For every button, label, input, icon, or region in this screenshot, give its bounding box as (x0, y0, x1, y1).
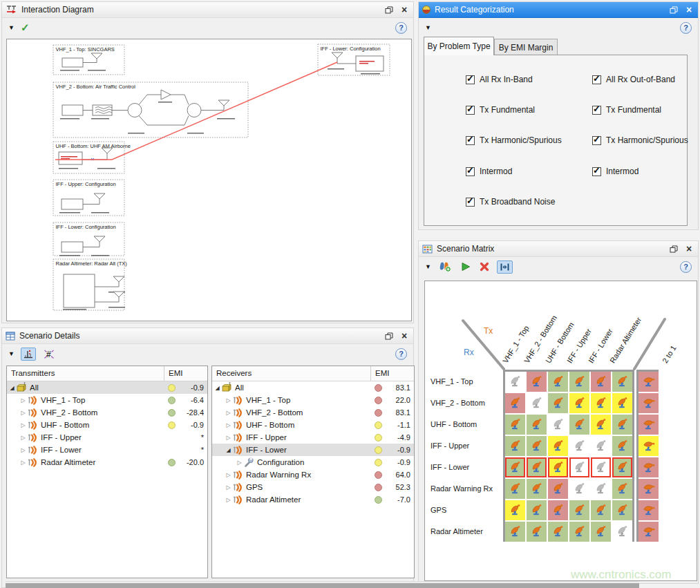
checkbox-in-band-1[interactable]: Tx Fundmental (466, 105, 535, 115)
matrix-cell[interactable] (527, 372, 547, 392)
matrix-2to1-cell[interactable] (638, 393, 659, 413)
split-view-button[interactable] (497, 260, 513, 274)
matrix-cell[interactable] (569, 393, 589, 413)
tree-row-vhf-2-bottom[interactable]: ▷VHF_2 - Bottom-28.4 (7, 406, 207, 419)
tab-by-emi-margin[interactable]: By EMI Margin (494, 39, 558, 55)
matrix-2to1-cell[interactable] (638, 415, 659, 435)
collapse-arrow-icon[interactable]: ◢ (214, 385, 221, 391)
matrix-cell[interactable] (527, 500, 547, 520)
matrix-cell[interactable] (527, 457, 547, 477)
horizontal-scrollbar[interactable] (6, 581, 639, 588)
diagram-block[interactable]: VHF_1 - Top: SINCGARS (53, 45, 124, 75)
tree-row-gps[interactable]: ▷GPS52.3 (212, 481, 414, 493)
expand-arrow-icon[interactable]: ▷ (225, 422, 232, 428)
matrix-cell[interactable] (527, 393, 547, 413)
matrix-cell[interactable] (591, 522, 611, 542)
matrix-cell[interactable] (548, 436, 568, 456)
diagram-block[interactable]: IFF - Lower: Configuration (318, 44, 390, 75)
expand-arrow-icon[interactable]: ▷ (225, 484, 232, 491)
close-button[interactable]: × (683, 244, 694, 254)
matrix-cell[interactable] (591, 372, 611, 392)
matrix-cell[interactable] (612, 372, 632, 392)
matrix-cell[interactable] (612, 415, 632, 435)
expand-arrow-icon[interactable]: ▷ (225, 472, 232, 478)
tree-row-vhf-2-bottom[interactable]: ▷VHF_2 - Bottom83.1 (212, 406, 414, 419)
help-icon[interactable]: ? (680, 261, 692, 273)
matrix-2to1-cell[interactable] (638, 436, 659, 456)
matrix-cell[interactable] (591, 415, 611, 435)
matrix-cell[interactable] (527, 479, 547, 499)
matrix-cell[interactable] (612, 393, 632, 413)
checkbox-in-band-4[interactable]: Tx Broadband Noise (466, 197, 555, 207)
float-button[interactable] (384, 5, 395, 15)
matrix-2to1-cell[interactable] (638, 457, 659, 477)
matrix-cell[interactable] (548, 372, 568, 392)
matrix-cell[interactable] (591, 500, 611, 520)
tree-row-radar-altimeter[interactable]: ▷Radar Altimeter-20.0 (7, 456, 207, 468)
matrix-cell[interactable] (612, 522, 632, 542)
checkbox-out-of-band-1[interactable]: Tx Fundmental (592, 105, 661, 115)
matrix-cell[interactable] (591, 457, 611, 477)
matrix-cell[interactable] (505, 457, 525, 477)
delete-button[interactable] (478, 260, 491, 273)
matrix-cell[interactable] (505, 479, 525, 499)
matrix-cell[interactable] (548, 500, 568, 520)
expand-arrow-icon[interactable]: ▷ (236, 459, 243, 466)
checkbox-out-of-band-0[interactable]: All Rx Out-of-Band (592, 75, 675, 84)
diagram-block[interactable]: IFF - Lower: Configuration (53, 222, 124, 256)
matrix-cell[interactable] (591, 479, 611, 499)
help-icon[interactable]: ? (395, 348, 407, 360)
matrix-cell[interactable] (569, 372, 589, 392)
tree-row-all[interactable]: ◢All-0.9 (7, 381, 207, 394)
interaction-diagram-canvas[interactable]: VHF_1 - Top: SINCGARSVHF_2 - Bottom: Air… (6, 39, 412, 321)
show-numbers-button[interactable]: # (42, 348, 56, 361)
checkbox-in-band-0[interactable]: All Rx In-Band (466, 75, 533, 84)
close-button[interactable]: × (683, 5, 694, 15)
tree-row-iff-lower[interactable]: ◢IFF - Lower-0.9 (212, 444, 414, 456)
menu-dropdown-icon[interactable]: ▼ (425, 263, 431, 270)
expand-arrow-icon[interactable]: ▷ (225, 410, 232, 416)
expand-arrow-icon[interactable]: ▷ (225, 435, 232, 441)
matrix-cell[interactable] (505, 522, 525, 542)
matrix-cell[interactable] (505, 372, 525, 392)
close-button[interactable]: × (399, 5, 410, 15)
matrix-cell[interactable] (612, 457, 632, 477)
scrollbar-thumb[interactable] (6, 583, 639, 588)
matrix-cell[interactable] (569, 415, 589, 435)
expand-arrow-icon[interactable]: ▷ (19, 459, 27, 466)
float-button[interactable] (384, 331, 395, 341)
matrix-cell[interactable] (569, 500, 589, 520)
diagram-block[interactable]: VHF_2 - Bottom: Air Traffic Control (53, 82, 248, 137)
matrix-cell[interactable] (505, 415, 525, 435)
validate-check-icon[interactable]: ✓ (21, 23, 30, 32)
diagram-block[interactable]: IFF - Upper: Configuration (53, 180, 124, 216)
matrix-2to1-cell[interactable] (638, 522, 659, 542)
matrix-cell[interactable] (548, 415, 568, 435)
tree-row-vhf-1-top[interactable]: ▷VHF_1 - Top22.0 (212, 394, 414, 406)
float-button[interactable] (668, 244, 679, 254)
tree-row-iff-upper[interactable]: ▷IFF - Upper-4.9 (212, 431, 414, 444)
tree-row-configuration[interactable]: ▷Configuration-0.9 (212, 456, 414, 468)
matrix-2to1-cell[interactable] (638, 500, 659, 520)
matrix-cell[interactable] (548, 479, 568, 499)
menu-dropdown-icon[interactable]: ▼ (8, 24, 15, 31)
matrix-cell[interactable] (527, 522, 547, 542)
matrix-cell[interactable] (569, 436, 589, 456)
diagram-block[interactable]: UHF - Bottom: UHF AM Airborne (53, 142, 131, 173)
expand-arrow-icon[interactable]: ▷ (19, 397, 27, 404)
matrix-cell[interactable] (612, 479, 632, 499)
help-icon[interactable]: ? (395, 22, 407, 34)
tree-row-iff-upper[interactable]: ▷IFF - Upper* (7, 431, 207, 444)
close-button[interactable]: × (399, 331, 410, 341)
matrix-cell[interactable] (591, 393, 611, 413)
matrix-cell[interactable] (548, 393, 568, 413)
checkbox-out-of-band-2[interactable]: Tx Harmonic/Spurious (592, 135, 688, 145)
tree-row-radar-altimeter[interactable]: ▷Radar Altimeter-7.0 (212, 493, 414, 506)
matrix-2to1-cell[interactable] (638, 479, 659, 499)
matrix-cell[interactable] (569, 479, 589, 499)
matrix-cell[interactable] (612, 500, 632, 520)
matrix-cell[interactable] (569, 522, 589, 542)
show-levels-button[interactable] (21, 348, 36, 361)
matrix-cell[interactable] (505, 436, 525, 456)
tab-by-problem-type[interactable]: By Problem Type (424, 37, 494, 55)
